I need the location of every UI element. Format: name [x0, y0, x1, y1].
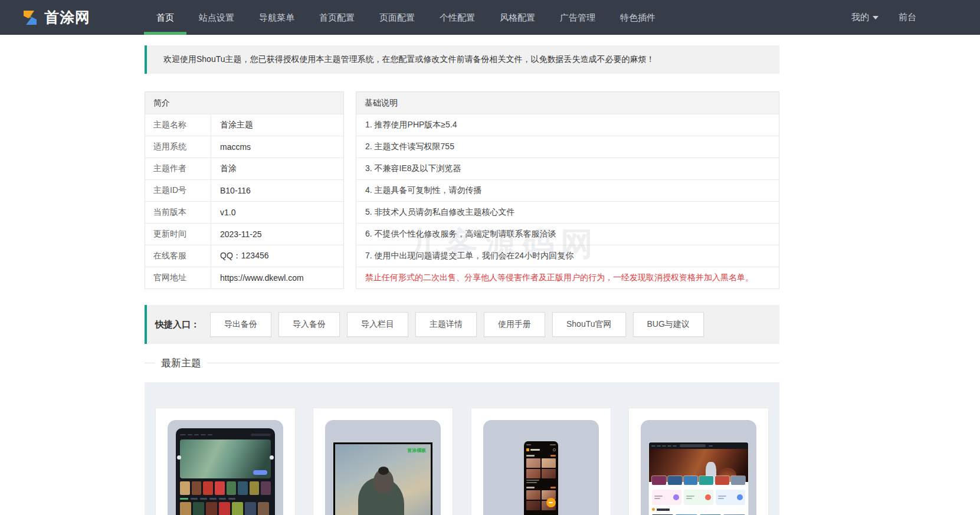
latest-themes-heading: 最新主题	[145, 356, 779, 370]
active-underline	[144, 32, 186, 35]
nav-item-label: 风格配置	[500, 12, 535, 22]
theme-preview-frame: 首涂模板	[325, 420, 441, 515]
category-icon	[705, 494, 711, 500]
phone-fab-button	[546, 498, 556, 507]
intro-table: 简介 主题名称 首涂主题 适用系统 maccms 主题作者 首涂 主题ID号 B…	[145, 91, 344, 289]
nav-item-ad-manage[interactable]: 广告管理	[548, 0, 608, 35]
theme-preview-screenshot	[524, 441, 558, 515]
import-columns-button[interactable]: 导入栏目	[347, 312, 408, 337]
nav-item-site-settings[interactable]: 站点设置	[186, 0, 247, 35]
nav-item-label: 导航菜单	[259, 12, 294, 22]
app-logo-icon	[526, 448, 529, 451]
category-icon	[737, 494, 743, 500]
export-backup-button[interactable]: 导出备份	[210, 312, 271, 337]
nav-item-plugins[interactable]: 特色插件	[608, 0, 668, 35]
table-row: 官网地址 https://www.dkewl.com	[145, 267, 343, 288]
theme-preview-frame	[168, 420, 283, 515]
preview-section-header	[649, 506, 748, 511]
quick-entry-label: 快捷入口：	[155, 319, 199, 330]
preview-thumbnail-row	[649, 476, 748, 485]
brand[interactable]: 首涂网	[21, 0, 90, 35]
nav-item-home[interactable]: 首页	[144, 0, 186, 35]
row-label: 在线客服	[145, 245, 211, 267]
theme-details-button[interactable]: 主题详情	[415, 312, 477, 337]
row-label: 官网地址	[145, 267, 211, 288]
front-site-label: 前台	[899, 12, 916, 23]
preview-banner	[180, 439, 271, 478]
theme-preview-frame	[483, 420, 599, 515]
search-icon	[553, 448, 556, 451]
table-row: 当前版本 v1.0	[145, 201, 343, 223]
theme-card[interactable]: 首涂模板	[313, 408, 453, 515]
chevron-down-icon	[873, 16, 879, 19]
nav-item-label: 页面配置	[379, 12, 415, 22]
note-text: 4. 主题具备可复制性，请勿传播	[356, 180, 779, 201]
front-site-link[interactable]: 前台	[899, 12, 916, 23]
table-row: 7. 使用中出现问题请提交工单，我们会在24小时内回复你	[356, 245, 779, 267]
note-text: 6. 不提供个性化修改服务，高端定制请联系客服洽谈	[356, 224, 779, 245]
phone-thumbnail-grid	[526, 458, 556, 478]
nav-item-page-config[interactable]: 页面配置	[367, 0, 427, 35]
carousel-arrow-right-icon	[270, 455, 274, 460]
section-title-text: 最新主题	[161, 356, 201, 370]
bug-suggestion-button[interactable]: BUG与建议	[633, 312, 704, 337]
notes-table: 基础说明 1. 推荐使用PHP版本≥5.4 2. 主题文件读写权限755 3. …	[356, 91, 779, 289]
preview-video-area: 首涂模板	[335, 444, 431, 515]
table-row: 禁止任何形式的二次出售、分享他人等侵害作者及正版用户的行为，一经发现取消授权资格…	[356, 267, 779, 288]
info-tables: 简介 主题名称 首涂主题 适用系统 maccms 主题作者 首涂 主题ID号 B…	[145, 91, 779, 289]
preview-banner-button	[253, 470, 267, 475]
user-manual-button[interactable]: 使用手册	[484, 312, 545, 337]
preview-thumbnail-row	[180, 481, 271, 495]
nav-item-label: 首页配置	[319, 12, 355, 22]
row-value: https://www.dkewl.com	[211, 267, 304, 288]
note-text: 2. 主题文件读写权限755	[356, 136, 779, 158]
row-label: 更新时间	[145, 224, 211, 245]
note-text: 5. 非技术人员请勿私自修改主题核心文件	[356, 202, 779, 223]
row-value: maccms	[211, 136, 251, 158]
nav-item-label: 首页	[156, 12, 174, 22]
nav-item-label: 站点设置	[199, 12, 234, 22]
nav-item-style-config[interactable]: 风格配置	[487, 0, 548, 35]
row-value: QQ：123456	[211, 245, 269, 267]
table-row: 主题名称 首涂主题	[145, 114, 343, 136]
preview-search-pill	[251, 434, 271, 436]
nav-item-label: 广告管理	[560, 12, 595, 22]
phone-app-header	[526, 448, 556, 451]
phone-statusbar	[526, 444, 556, 445]
table-row: 1. 推荐使用PHP版本≥5.4	[356, 114, 779, 136]
player-watermark-text: 首涂模板	[407, 447, 426, 454]
navbar-right: 我的 前台	[851, 0, 916, 35]
nav-item-nav-menu[interactable]: 导航菜单	[247, 0, 307, 35]
nav-item-home-config[interactable]: 首页配置	[307, 0, 367, 35]
row-value: B10-116	[211, 180, 251, 201]
table-row: 主题ID号 B10-116	[145, 179, 343, 201]
table-row: 在线客服 QQ：123456	[145, 245, 343, 267]
welcome-alert: 欢迎使用ShouTu主题，您已获得授权使用本主题管理系统，在您配置或修改文件前请…	[145, 45, 779, 74]
my-dropdown-label: 我的	[851, 12, 869, 23]
import-backup-button[interactable]: 导入备份	[278, 312, 340, 337]
table-row: 4. 主题具备可复制性，请勿传播	[356, 179, 779, 201]
row-label: 主题名称	[145, 114, 211, 136]
table-row: 6. 不提供个性化修改服务，高端定制请联系客服洽谈	[356, 223, 779, 245]
theme-card[interactable]	[155, 408, 296, 515]
note-text: 1. 推荐使用PHP版本≥5.4	[356, 114, 779, 136]
theme-card[interactable]	[628, 408, 769, 515]
main-content: 九客源码网 欢迎使用ShouTu主题，您已获得授权使用本主题管理系统，在您配置或…	[145, 45, 779, 515]
divider-line	[207, 363, 779, 363]
official-site-button[interactable]: ShouTu官网	[552, 312, 626, 337]
theme-card[interactable]	[471, 408, 611, 515]
my-dropdown[interactable]: 我的	[851, 12, 879, 23]
notes-table-header: 基础说明	[356, 92, 779, 114]
preview-poster-grid	[649, 511, 748, 515]
preview-poster-grid	[180, 502, 271, 515]
nav-item-personal-config[interactable]: 个性配置	[427, 0, 487, 35]
table-row: 2. 主题文件读写权限755	[356, 136, 779, 158]
intro-table-header: 简介	[145, 92, 343, 114]
row-value: 首涂	[211, 158, 237, 179]
row-value: 2023-11-25	[211, 224, 262, 245]
bullet-icon	[652, 508, 655, 511]
theme-preview-screenshot: 首涂模板	[333, 442, 432, 515]
welcome-alert-text: 欢迎使用ShouTu主题，您已获得授权使用本主题管理系统，在您配置或修改文件前请…	[163, 54, 655, 65]
top-navbar: 首涂网 首页 站点设置 导航菜单 首页配置 页面配置 个性配置 风格配置 广告管…	[0, 0, 980, 35]
nav-item-label: 特色插件	[620, 12, 655, 22]
